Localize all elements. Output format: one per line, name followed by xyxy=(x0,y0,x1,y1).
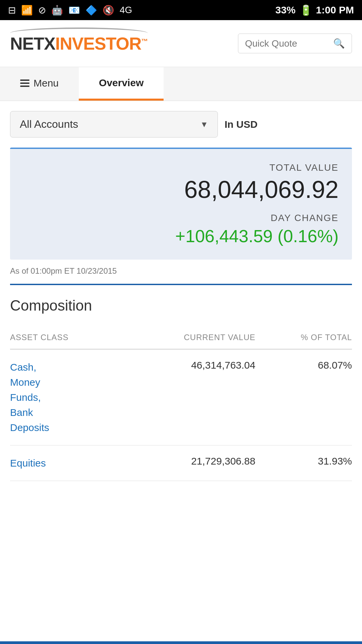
as-of-text: As of 01:00pm ET 10/23/2015 xyxy=(10,266,352,276)
quick-quote-container[interactable]: 🔍 xyxy=(238,34,352,53)
total-value-amount: 68,044,069.92 xyxy=(23,176,339,203)
messages-icon: ⊟ xyxy=(8,5,16,16)
search-icon: 🔍 xyxy=(333,38,345,49)
day-change-label: DAY CHANGE xyxy=(23,213,339,223)
email-icon: 📧 xyxy=(68,5,80,16)
currency-label: In USD xyxy=(225,119,257,130)
logo-container: NETXINVESTOR™ xyxy=(10,34,148,54)
battery-percent: 33% xyxy=(276,4,296,16)
nav-tabs: Menu Overview xyxy=(0,67,362,101)
status-bar-left: ⊟ 📶 ⊘ 🤖 📧 🔷 🔇 4G xyxy=(8,5,132,16)
col-current-value: CURRENT VALUE xyxy=(120,327,255,349)
value-card: TOTAL VALUE 68,044,069.92 DAY CHANGE +10… xyxy=(10,148,352,260)
wifi-icon: 📶 xyxy=(21,5,33,16)
logo-arc: NETXINVESTOR™ xyxy=(10,34,148,54)
status-bar: ⊟ 📶 ⊘ 🤖 📧 🔷 🔇 4G 33% 🔋 1:00 PM xyxy=(0,0,362,20)
total-value-label: TOTAL VALUE xyxy=(23,162,339,173)
col-percent-total: % OF TOTAL xyxy=(255,327,352,349)
bluetooth-icon: 🔷 xyxy=(85,5,97,16)
lte-icon: 4G xyxy=(120,5,132,15)
percent-cash: 68.07% xyxy=(255,349,352,445)
day-change-amount: +106,443.59 (0.16%) xyxy=(23,226,339,246)
quick-quote-input[interactable] xyxy=(245,38,333,49)
composition-table: ASSET CLASS CURRENT VALUE % OF TOTAL Cas… xyxy=(10,327,352,481)
percent-equities: 31.93% xyxy=(255,445,352,481)
table-header-row: ASSET CLASS CURRENT VALUE % OF TOTAL xyxy=(10,327,352,349)
account-selector-row: All Accounts ▼ In USD xyxy=(10,111,352,138)
section-divider xyxy=(10,284,352,285)
value-equities: 21,729,306.88 xyxy=(120,445,255,481)
dropdown-arrow-icon: ▼ xyxy=(200,120,208,129)
cash-link[interactable]: Cash,MoneyFunds,BankDeposits xyxy=(10,362,49,433)
equities-link[interactable]: Equities xyxy=(10,458,46,469)
bottom-blue-bar xyxy=(0,641,362,644)
table-row: Equities 21,729,306.88 31.93% xyxy=(10,445,352,481)
time-display: 1:00 PM xyxy=(316,4,354,16)
battery-icon: 🔋 xyxy=(300,4,312,16)
account-dropdown[interactable]: All Accounts ▼ xyxy=(10,111,218,138)
hamburger-icon xyxy=(20,79,29,87)
selected-account-label: All Accounts xyxy=(20,118,78,130)
logo-netx: NETXINVESTOR™ xyxy=(10,34,148,53)
tab-overview[interactable]: Overview xyxy=(79,67,164,101)
asset-class-cash: Cash,MoneyFunds,BankDeposits xyxy=(10,349,120,445)
composition-title: Composition xyxy=(10,297,352,314)
col-asset-class: ASSET CLASS xyxy=(10,327,120,349)
main-content: All Accounts ▼ In USD TOTAL VALUE 68,044… xyxy=(0,101,362,491)
tab-menu[interactable]: Menu xyxy=(0,67,79,101)
value-cash: 46,314,763.04 xyxy=(120,349,255,445)
menu-tab-label: Menu xyxy=(34,77,59,89)
table-row: Cash,MoneyFunds,BankDeposits 46,314,763.… xyxy=(10,349,352,445)
overview-tab-label: Overview xyxy=(99,77,143,89)
header: NETXINVESTOR™ 🔍 xyxy=(0,20,362,67)
no-icon: ⊘ xyxy=(38,5,46,16)
mute-icon: 🔇 xyxy=(103,5,114,16)
status-bar-right: 33% 🔋 1:00 PM xyxy=(276,4,354,16)
android-icon: 🤖 xyxy=(51,5,63,16)
asset-class-equities: Equities xyxy=(10,445,120,481)
